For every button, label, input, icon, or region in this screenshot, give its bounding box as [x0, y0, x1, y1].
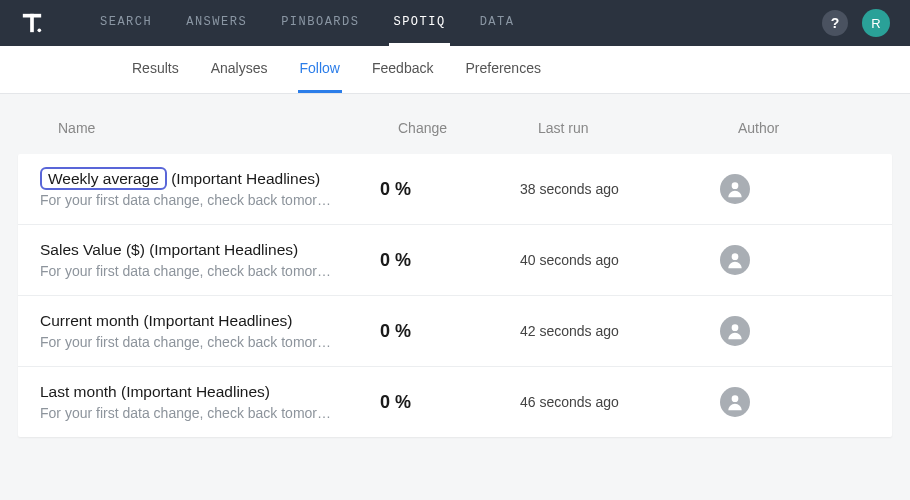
svg-point-2 — [38, 29, 42, 33]
row-subtitle: For your first data change, check back t… — [40, 405, 370, 421]
row-subtitle: For your first data change, check back t… — [40, 263, 370, 279]
row-lastrun: 40 seconds ago — [520, 252, 720, 268]
app-logo[interactable] — [20, 11, 44, 35]
row-author — [720, 387, 800, 417]
top-nav-left: SEARCH ANSWERS PINBOARDS SPOTIQ DATA — [20, 1, 518, 46]
nav-answers[interactable]: ANSWERS — [182, 1, 251, 46]
row-title: Current month (Important Headlines) — [40, 312, 380, 330]
nav-spotiq[interactable]: SPOTIQ — [389, 1, 449, 46]
author-avatar-icon — [720, 245, 750, 275]
svg-point-3 — [732, 182, 739, 189]
svg-point-6 — [732, 395, 739, 402]
sub-nav: Results Analyses Follow Feedback Prefere… — [0, 46, 910, 94]
tab-feedback[interactable]: Feedback — [370, 46, 435, 93]
content-area: Name Change Last run Author Weekly avera… — [0, 94, 910, 437]
author-avatar-icon — [720, 387, 750, 417]
svg-point-5 — [732, 324, 739, 331]
table-row[interactable]: Current month (Important Headlines) For … — [18, 296, 892, 367]
top-nav: SEARCH ANSWERS PINBOARDS SPOTIQ DATA ? R — [0, 0, 910, 46]
row-lastrun: 38 seconds ago — [520, 181, 720, 197]
row-change: 0 % — [380, 392, 520, 413]
row-subtitle: For your first data change, check back t… — [40, 334, 370, 350]
table-row[interactable]: Weekly average (Important Headlines) For… — [18, 154, 892, 225]
tab-analyses[interactable]: Analyses — [209, 46, 270, 93]
header-change: Change — [398, 120, 538, 136]
row-title: Weekly average (Important Headlines) — [40, 170, 380, 188]
table-row[interactable]: Last month (Important Headlines) For you… — [18, 367, 892, 437]
row-lastrun: 42 seconds ago — [520, 323, 720, 339]
row-author — [720, 245, 800, 275]
header-lastrun: Last run — [538, 120, 738, 136]
row-subtitle: For your first data change, check back t… — [40, 192, 370, 208]
row-change: 0 % — [380, 250, 520, 271]
author-avatar-icon — [720, 174, 750, 204]
nav-search[interactable]: SEARCH — [96, 1, 156, 46]
tab-follow[interactable]: Follow — [298, 46, 342, 93]
help-icon[interactable]: ? — [822, 10, 848, 36]
header-author: Author — [738, 120, 818, 136]
svg-rect-1 — [30, 14, 34, 32]
row-lastrun: 46 seconds ago — [520, 394, 720, 410]
row-title-rest: (Important Headlines) — [167, 170, 320, 187]
table-body: Weekly average (Important Headlines) For… — [18, 154, 892, 437]
header-name: Name — [58, 120, 398, 136]
table-header: Name Change Last run Author — [18, 94, 892, 154]
nav-data[interactable]: DATA — [476, 1, 519, 46]
top-nav-right: ? R — [822, 9, 890, 37]
table-row[interactable]: Sales Value ($) (Important Headlines) Fo… — [18, 225, 892, 296]
highlighted-text: Weekly average — [40, 167, 167, 190]
row-change: 0 % — [380, 321, 520, 342]
row-author — [720, 174, 800, 204]
svg-point-4 — [732, 253, 739, 260]
row-title: Last month (Important Headlines) — [40, 383, 380, 401]
user-avatar[interactable]: R — [862, 9, 890, 37]
author-avatar-icon — [720, 316, 750, 346]
top-nav-items: SEARCH ANSWERS PINBOARDS SPOTIQ DATA — [96, 1, 518, 46]
nav-pinboards[interactable]: PINBOARDS — [277, 1, 363, 46]
row-change: 0 % — [380, 179, 520, 200]
tab-results[interactable]: Results — [130, 46, 181, 93]
row-author — [720, 316, 800, 346]
row-title: Sales Value ($) (Important Headlines) — [40, 241, 380, 259]
tab-preferences[interactable]: Preferences — [463, 46, 542, 93]
